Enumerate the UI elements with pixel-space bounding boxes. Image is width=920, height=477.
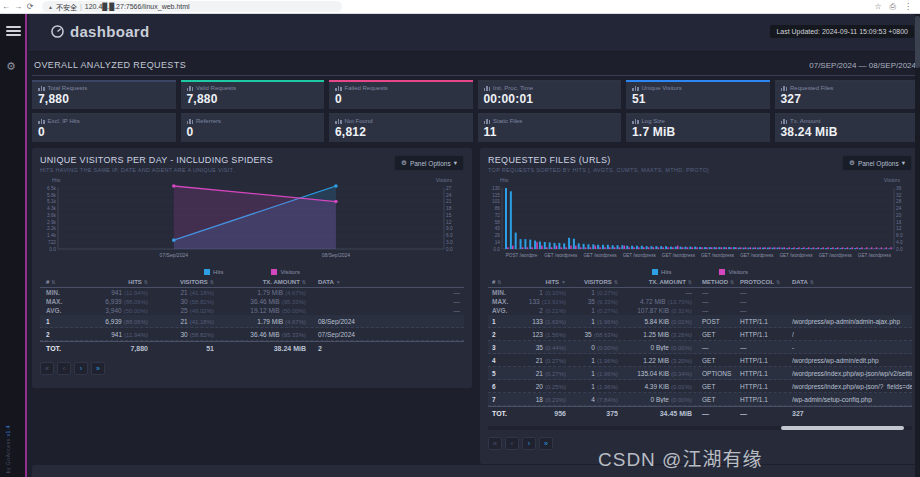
bars-icon xyxy=(781,119,788,124)
table-row[interactable]: 421(0.27%)1(1.96%)1.22 MiB(3.20%)GETHTTP… xyxy=(488,354,912,367)
metric-label: Init. Proc. Time xyxy=(493,85,533,91)
cell: 1.25 MiB(3.26%) xyxy=(618,331,692,338)
browser-action-icon[interactable]: ⎙ xyxy=(890,2,896,12)
svg-text:20: 20 xyxy=(896,213,902,218)
pager-prev-button[interactable]: ‹ xyxy=(505,437,519,450)
pager-first-button[interactable]: « xyxy=(488,437,502,450)
cell: 6,939(88.06%) xyxy=(70,298,148,305)
table-row[interactable]: 521(0.27%)1(1.96%)135.04 KiB(0.34%)OPTIO… xyxy=(488,367,912,380)
cell: 21(0.27%) xyxy=(512,357,566,364)
cell: 4.72 MiB(13.70%) xyxy=(618,298,692,305)
svg-text:130: 130 xyxy=(492,186,500,191)
svg-text:GET /wordpress: GET /wordpress xyxy=(701,253,735,258)
cell: 08/Sep/2024 xyxy=(306,318,464,325)
metric-value: 0 xyxy=(335,92,467,106)
menu-hamburger-icon[interactable] xyxy=(6,26,21,37)
column-header-hits[interactable]: HITS⇅ xyxy=(70,279,148,285)
cell: 35(68.63%) xyxy=(566,331,618,338)
cell: HTTP/1.1 xyxy=(740,370,792,377)
legend-item[interactable]: Visitors xyxy=(719,269,748,275)
table-row[interactable]: 2123(1.56%)35(68.63%)1.25 MiB(3.26%)GETH… xyxy=(488,328,912,341)
metric-tile: Referrers0 xyxy=(181,113,325,142)
legend-item[interactable]: Hits xyxy=(652,269,671,275)
not-secure-warning-icon: ▲ xyxy=(48,4,53,10)
browser-menu-icon[interactable]: ⋮ xyxy=(904,2,912,11)
row-label: 2 xyxy=(40,331,70,338)
panel-options-button[interactable]: ⚙ Panel Options ▾ xyxy=(842,155,912,171)
settings-gear-icon[interactable]: ⚙ xyxy=(6,60,16,73)
cell: /wp-admin/setup-config.php xyxy=(792,396,912,403)
cell: OPTIONS xyxy=(692,370,740,377)
svg-text:9.0: 9.0 xyxy=(446,226,453,231)
metric-tile: Static Files11 xyxy=(478,113,622,142)
column-header--[interactable]: #⇅ xyxy=(488,279,512,285)
cell: 2 xyxy=(306,345,464,352)
cell: / xyxy=(792,331,912,338)
address-bar[interactable]: ▲ 不安全 | 120.4█.█.27:7566/linux_web.html xyxy=(42,1,342,12)
pager-last-button[interactable]: » xyxy=(91,362,105,375)
svg-text:24: 24 xyxy=(896,206,902,211)
legend-item[interactable]: Visitors xyxy=(271,269,300,275)
table-row[interactable]: 1133(1.69%)1(1.96%)5.84 KiB(0.01%)POSTHT… xyxy=(488,315,912,328)
bars-icon xyxy=(38,86,45,91)
row-label: 5 xyxy=(488,370,512,377)
table-row[interactable]: 335(0.44%)0(0.00%)0 Byte(0.00%)——- xyxy=(488,341,912,354)
pager-prev-button[interactable]: ‹ xyxy=(57,362,71,375)
column-header--[interactable]: #⇅ xyxy=(40,279,70,285)
svg-text:3.6k: 3.6k xyxy=(47,213,57,218)
svg-text:115: 115 xyxy=(492,193,500,198)
svg-text:722: 722 xyxy=(48,240,56,245)
pager-next-button[interactable]: › xyxy=(522,437,536,450)
row-label: MIN. xyxy=(488,289,512,296)
cell: 4.39 KiB(0.01%) xyxy=(618,383,692,390)
bookmark-star-icon[interactable]: ☆ xyxy=(874,2,881,11)
column-header-hits[interactable]: HITS▼ xyxy=(512,279,566,285)
cell: 941(11.94%) xyxy=(70,289,148,296)
scrollbar-thumb[interactable] xyxy=(781,426,904,430)
metric-label: Excl. IP Hits xyxy=(48,118,80,124)
svg-text:5.8k: 5.8k xyxy=(47,193,57,198)
chevron-down-icon: ▾ xyxy=(454,159,457,167)
svg-text:16: 16 xyxy=(896,220,902,225)
column-header-data[interactable]: DATA⇅ xyxy=(792,279,912,285)
row-label: 7 xyxy=(488,396,512,403)
overview-title: OVERALL ANALYZED REQUESTS xyxy=(34,60,186,70)
metric-label: Tx. Amount xyxy=(790,118,820,124)
svg-text:5.1k: 5.1k xyxy=(47,199,57,204)
pager-last-button[interactable]: » xyxy=(539,437,553,450)
column-header-visitors[interactable]: VISITORS⇅ xyxy=(566,279,618,285)
reload-icon[interactable]: ⟳ xyxy=(24,2,36,11)
forward-icon[interactable]: → xyxy=(12,2,24,11)
column-header-protocol[interactable]: PROTOCOL⇅ xyxy=(740,279,792,285)
table-row[interactable]: 2941(11.94%)30(58.82%)36.46 MiB(95.33%)0… xyxy=(40,328,464,341)
back-icon[interactable]: ← xyxy=(0,2,12,11)
cell: 19.12 MiB(50.00%) xyxy=(214,307,306,314)
column-header-tx-amount[interactable]: TX. AMOUNT⇅ xyxy=(618,279,692,285)
pager-next-button[interactable]: › xyxy=(74,362,88,375)
column-header-visitors[interactable]: VISITORS⇅ xyxy=(148,279,214,285)
visitors-chart: Hits Visitors 6.5k275.8k245.1k214.3k183.… xyxy=(36,177,468,275)
cell: — xyxy=(740,289,792,296)
table-row[interactable]: 718(0.23%)4(7.84%)0 Byte(0.00%)GETHTTP/1… xyxy=(488,393,912,406)
table-row[interactable]: 620(0.25%)1(1.96%)4.39 KiB(0.01%)GETHTTP… xyxy=(488,380,912,393)
cell: 0 Byte(0.00%) xyxy=(618,344,692,351)
cell: 956 xyxy=(512,410,566,417)
metric-tile: Failed Requests0 xyxy=(329,80,473,109)
panel-options-button[interactable]: ⚙ Panel Options ▾ xyxy=(394,155,464,171)
sidebar-footer: by GoAccess v1.4 xyxy=(5,425,11,473)
column-header-data[interactable]: DATA▼ xyxy=(306,279,464,285)
metric-tile: Unique Visitors51 xyxy=(626,80,770,109)
table-row[interactable]: 16,939(88.06%)21(41.18%)1.79 MiB(4.67%)0… xyxy=(40,315,464,328)
page-scrollbar-thumb[interactable] xyxy=(915,16,920,68)
column-header-method[interactable]: METHOD⇅ xyxy=(692,279,740,285)
column-header-tx-amount[interactable]: TX. AMOUNT⇅ xyxy=(214,279,306,285)
cell: 34.45 MiB xyxy=(618,410,692,417)
legend-item[interactable]: Hits xyxy=(204,269,223,275)
svg-text:72: 72 xyxy=(495,213,501,218)
cell: — xyxy=(692,410,740,417)
svg-text:28: 28 xyxy=(896,199,902,204)
cell: HTTP/1.1 xyxy=(740,383,792,390)
pager-first-button[interactable]: « xyxy=(40,362,54,375)
svg-text:GET /wordpress: GET /wordpress xyxy=(662,253,696,258)
svg-text:0.0: 0.0 xyxy=(493,247,500,252)
